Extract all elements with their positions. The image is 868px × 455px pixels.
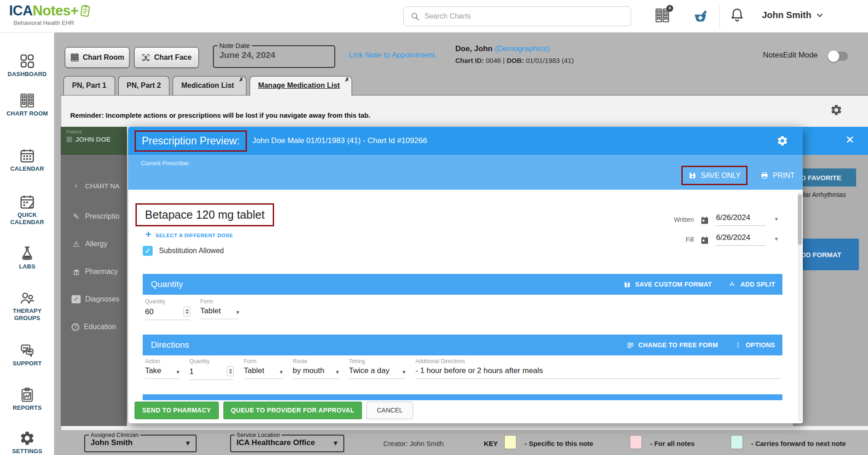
sidebar-label: QUICK CALENDAR (0, 211, 54, 226)
user-menu[interactable]: John Smith (762, 10, 822, 20)
tab-pn-part-1[interactable]: PN, Part 1 (63, 76, 115, 95)
add-format-button[interactable]: DD FORMAT (797, 239, 859, 270)
tab-manage-medication-list[interactable]: Manage Medication List✗ (250, 76, 352, 96)
direction-form-value[interactable]: Tablet (244, 366, 264, 375)
bank-icon (72, 267, 81, 276)
route-value[interactable]: by mouth (293, 366, 324, 375)
background-close-icon[interactable]: ✕ (845, 134, 854, 146)
nav-item-allergy[interactable]: ⚠Allergy (61, 235, 127, 253)
service-location-label: Service Location (235, 431, 282, 438)
logo-notes: Notes (33, 3, 71, 19)
tab-pn-part-2[interactable]: PN, Part 2 (118, 76, 170, 95)
tab-label: PN, Part 1 (72, 81, 106, 89)
sidebar-label: CHART ROOM (0, 110, 54, 117)
caret-down-icon[interactable]: ▾ (402, 369, 405, 375)
notifications-bell-icon[interactable] (729, 7, 745, 23)
chart-nav-label: CHART NA (85, 182, 120, 190)
timing-value[interactable]: Twice a day (349, 366, 390, 375)
scrollbar-thumb[interactable] (798, 194, 802, 245)
logo-tagline: Behavioral Health EHR (14, 19, 74, 26)
save-only-label: SAVE ONLY (701, 172, 741, 180)
panel-settings-gear-icon[interactable] (830, 104, 843, 116)
note-date-field[interactable]: Note Date June 24, 2024 (213, 42, 335, 68)
chart-rooms-icon[interactable]: + (654, 7, 670, 24)
sidebar-item-settings[interactable]: SETTINGS (0, 430, 54, 455)
direction-quantity-value[interactable]: 1 (189, 367, 193, 376)
drug-name: Betapace 120 mg tablet (145, 208, 265, 221)
chart-nav-back[interactable]: ‹CHART NA (61, 177, 127, 195)
select-different-dose-link[interactable]: + SELECT A DIFFERENT DOSE (145, 230, 233, 240)
substitution-label: Substitution Allowed (159, 247, 224, 255)
action-value[interactable]: Take (145, 366, 161, 375)
substitution-checkbox[interactable]: ✓ (143, 246, 153, 256)
link-note-to-appointment[interactable]: Link Note to Appointment (349, 51, 435, 60)
patient-info: Doe, John (Demographics) Chart ID: 0046 … (455, 44, 574, 64)
lines-icon (627, 341, 634, 349)
separator: | (503, 57, 505, 64)
nav-item-prescription[interactable]: ✎Prescriptio (61, 207, 127, 225)
service-location-field[interactable]: Service Location ICA Healthcare Office▼ (230, 431, 344, 452)
caret-down-icon[interactable]: ▾ (176, 369, 179, 375)
options-button[interactable]: OPTIONS (734, 341, 775, 349)
nav-item-diagnoses[interactable]: ✓Diagnoses (61, 290, 127, 308)
nav-item-pharmacy[interactable]: Pharmacy (61, 263, 127, 281)
modal-gear-icon[interactable] (776, 135, 788, 147)
demographics-link[interactable]: (Demographics) (495, 44, 550, 53)
add-split-button[interactable]: ADD SPLIT (728, 280, 775, 288)
header-divider (719, 5, 720, 28)
fill-date-value[interactable]: 6/26/2024 (716, 233, 766, 246)
sidebar-item-dashboard[interactable]: DASHBOARD (0, 53, 54, 78)
calendar-icon[interactable] (700, 235, 709, 246)
sidebar-item-support[interactable]: SUPPORT (0, 342, 54, 367)
print-button[interactable]: PRINT (760, 171, 795, 180)
sidebar-item-reports[interactable]: REPORTS (0, 387, 54, 412)
quantity-stepper[interactable] (183, 307, 190, 316)
directions-section-header: Directions CHANGE TO FREE FORM OPTIONS (143, 335, 782, 355)
chart-room-button[interactable]: Chart Room (65, 47, 130, 68)
check-square-icon: ✓ (72, 295, 81, 303)
print-label: PRINT (773, 172, 795, 180)
assigned-clinician-field[interactable]: Assigned Clinician John Smith▼ (84, 431, 197, 452)
change-to-free-form-button[interactable]: CHANGE TO FREE FORM (627, 341, 718, 349)
sidebar-item-chart-room[interactable]: CHART ROOM (0, 92, 54, 117)
queue-to-provider-button[interactable]: QUEUE TO PROVIDER FOR APPROVAL (223, 402, 362, 419)
written-date-value[interactable]: 6/26/2024 (716, 213, 766, 226)
field-label: Form (244, 358, 283, 364)
caret-down-icon[interactable]: ▾ (775, 235, 778, 246)
sidebar-item-labs[interactable]: LABS (0, 245, 54, 270)
split-icon (728, 280, 736, 288)
cancel-button[interactable]: CANCEL (366, 402, 413, 419)
sidebar-item-quick-calendar[interactable]: QUICK CALENDAR (0, 194, 54, 226)
search-input[interactable] (424, 12, 624, 20)
legend-text-carries-forward: - Carries forward to next note (751, 440, 846, 447)
search-bar[interactable] (403, 6, 631, 26)
tab-close-icon[interactable]: ✗ (239, 77, 244, 83)
save-custom-format-button[interactable]: SAVE CUSTOM FORMAT (623, 281, 712, 288)
tab-close-icon[interactable]: ✗ (345, 77, 349, 83)
chart-face-button[interactable]: Chart Face (134, 47, 199, 68)
send-to-pharmacy-button[interactable]: SEND TO PHARMACY (135, 402, 219, 419)
dropdown-triangle-icon[interactable]: ▼ (332, 439, 339, 447)
save-only-button[interactable]: SAVE ONLY (688, 171, 741, 180)
sidebar-item-calendar[interactable]: CALENDAR (0, 148, 54, 172)
tab-medication-list[interactable]: Medication List✗ (173, 76, 246, 95)
sidebar-item-therapy-groups[interactable]: THERAPY GROUPS (0, 290, 54, 322)
notes-edit-mode-toggle[interactable] (829, 52, 848, 61)
additional-directions-value[interactable]: - 1 hour before or 2 hours after meals (415, 366, 543, 375)
form-value[interactable]: Tablet (200, 307, 221, 316)
caret-down-icon[interactable]: ▾ (775, 216, 778, 226)
nav-item-education[interactable]: ?Education (61, 318, 127, 336)
modal-scrollbar[interactable] (798, 192, 802, 421)
creator-text: Creator: John Smith (383, 440, 444, 447)
add-favorite-button[interactable]: D FAVORITE (797, 168, 856, 187)
quantity-value[interactable]: 60 (145, 307, 154, 316)
written-label: Written (666, 216, 694, 226)
calendar-icon[interactable] (700, 216, 709, 226)
caret-down-icon[interactable]: ▾ (236, 309, 239, 316)
quantity-stepper[interactable] (227, 366, 234, 376)
caret-down-icon[interactable]: ▾ (336, 369, 339, 375)
caret-down-icon[interactable]: ▾ (280, 369, 283, 375)
app-logo[interactable]: ICANotes+ (9, 3, 92, 19)
pharmacy-icon[interactable] (692, 8, 709, 24)
dropdown-triangle-icon[interactable]: ▼ (184, 439, 191, 447)
